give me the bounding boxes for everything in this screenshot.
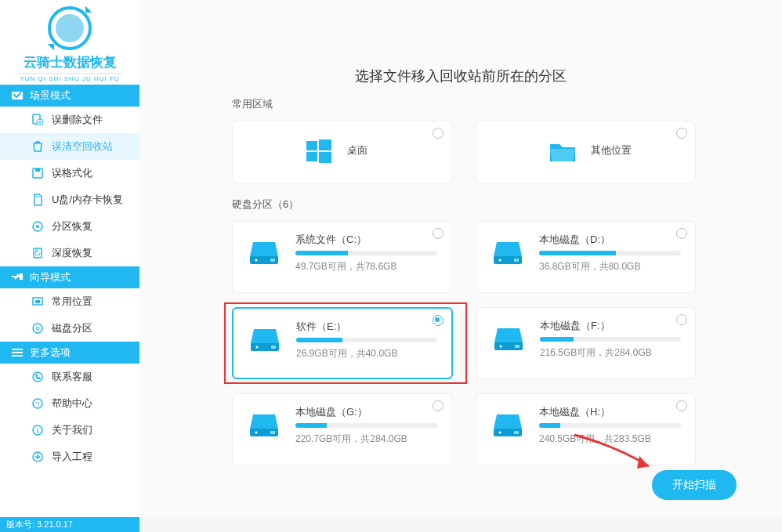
desktop-card[interactable]: 桌面: [232, 121, 452, 183]
wizard-icon: [11, 271, 24, 284]
drive-icon: [247, 407, 281, 441]
scene-icon: [11, 89, 24, 102]
sidebar-item-label: 联系客服: [52, 364, 92, 390]
disk-usage-text: 49.7GB可用，共78.6GB: [295, 260, 437, 273]
disk-usage-bar: [295, 251, 437, 255]
main-content: 选择文件移入回收站前所在的分区 常用区域 桌面 其他位置 硬盘分区（6）: [139, 0, 782, 517]
radio-indicator: [433, 315, 443, 326]
sidebar-item-about-us[interactable]: i 关于我们: [0, 417, 139, 443]
drive-icon: [491, 234, 525, 269]
sidebar-item-label: 关于我们: [52, 417, 92, 443]
disk-usage-bar: [540, 337, 681, 342]
more-icon: [11, 346, 24, 359]
svg-rect-15: [12, 355, 23, 356]
sidebar: 云骑士数据恢复 YUN QI SHI SHU JU HUI FU 场景模式 误删…: [0, 0, 139, 517]
svg-rect-41: [515, 345, 520, 348]
folder-icon: [545, 135, 580, 169]
disk-card[interactable]: 本地磁盘（F:） 216.5GB可用，共284.0GB: [476, 307, 696, 379]
deep-recovery-icon: [31, 247, 44, 259]
section-label: 更多选项: [30, 342, 71, 364]
disk-card[interactable]: 软件（E:） 26.9GB可用，共40.0GB: [232, 307, 453, 379]
disk-card[interactable]: 本地磁盘（D:） 36.8GB可用，共80.0GB: [476, 221, 696, 293]
radio-indicator: [433, 228, 443, 239]
common-area-label: 常用区域: [232, 97, 696, 111]
sidebar-item-usb-card[interactable]: U盘/内存卡恢复: [0, 186, 139, 213]
app-name: 云骑士数据恢复: [0, 53, 139, 71]
sidebar-item-label: U盘/内存卡恢复: [52, 186, 123, 213]
sidebar-item-formatted[interactable]: 误格式化: [0, 160, 139, 186]
sidebar-item-contact-support[interactable]: 联系客服: [0, 364, 139, 390]
import-icon: [31, 451, 44, 463]
disk-usage-text: 216.5GB可用，共284.0GB: [540, 346, 681, 360]
svg-rect-29: [319, 152, 331, 163]
svg-point-11: [33, 324, 42, 333]
disk-name: 本地磁盘（D:）: [539, 233, 681, 247]
sidebar-item-disk-partition[interactable]: 磁盘分区: [0, 315, 139, 342]
svg-text:i: i: [37, 427, 39, 435]
sd-card-icon: [31, 194, 44, 206]
radio-indicator: [676, 128, 687, 139]
disk-name: 软件（E:）: [296, 320, 437, 334]
section-label: 场景模式: [30, 85, 71, 107]
drive-icon: [247, 234, 281, 269]
recycle-bin-icon: [31, 140, 44, 153]
svg-rect-27: [319, 139, 331, 150]
sidebar-item-help-center[interactable]: ? 帮助中心: [0, 390, 139, 417]
sidebar-item-label: 导入工程: [52, 443, 92, 470]
section-scene-mode[interactable]: 场景模式: [0, 85, 139, 107]
disk-card[interactable]: 本地磁盘（G:） 220.7GB可用，共284.0GB: [232, 393, 452, 465]
drive-icon: [491, 320, 526, 355]
sidebar-item-deleted-files[interactable]: 误删除文件: [0, 107, 139, 133]
app-name-pinyin: YUN QI SHI SHU JU HUI FU: [16, 73, 124, 82]
sidebar-item-label: 常用位置: [52, 288, 92, 315]
other-location-card[interactable]: 其他位置: [476, 121, 696, 183]
logo-icon: [48, 6, 92, 50]
sidebar-item-recycle-bin[interactable]: 误清空回收站: [0, 133, 139, 160]
disk-usage-text: 26.9GB可用，共40.0GB: [296, 347, 437, 360]
svg-rect-32: [270, 259, 275, 262]
svg-rect-26: [306, 141, 317, 150]
phone-icon: [31, 371, 44, 383]
radio-indicator: [676, 314, 687, 325]
partition-icon: [31, 220, 44, 233]
sidebar-item-partition[interactable]: 分区恢复: [0, 213, 139, 240]
disk-usage-bar: [539, 251, 681, 255]
svg-point-12: [36, 327, 39, 330]
file-delete-icon: [31, 114, 44, 126]
disk-usage-text: 240.5GB可用，共283.5GB: [539, 432, 681, 446]
disk-name: 本地磁盘（H:）: [539, 405, 681, 419]
section-wizard-mode[interactable]: 向导模式: [0, 266, 139, 288]
info-icon: i: [31, 424, 44, 436]
sidebar-item-common-locations[interactable]: 常用位置: [0, 288, 139, 315]
windows-icon: [302, 135, 336, 169]
version-bar: 版本号: 3.21.0.17: [0, 517, 139, 532]
disk-usage-text: 220.7GB可用，共284.0GB: [295, 432, 437, 446]
radio-indicator: [676, 228, 687, 239]
disk-card[interactable]: 系统文件（C:） 49.7GB可用，共78.6GB: [232, 221, 452, 293]
disk-usage-bar: [295, 423, 437, 428]
sidebar-item-label: 误格式化: [52, 160, 92, 186]
radio-indicator: [433, 128, 443, 139]
svg-point-46: [499, 432, 501, 434]
disk-icon: [31, 322, 44, 335]
locations-icon: [31, 295, 44, 308]
svg-point-6: [36, 225, 39, 228]
section-more-options[interactable]: 更多选项: [0, 342, 139, 364]
svg-rect-4: [35, 168, 40, 172]
start-scan-button[interactable]: 开始扫描: [652, 470, 737, 500]
card-title: 其他位置: [591, 143, 632, 157]
svg-rect-47: [514, 431, 519, 434]
sidebar-item-deep-recovery[interactable]: 深度恢复: [0, 240, 139, 266]
disk-usage-text: 36.8GB可用，共80.0GB: [539, 260, 681, 273]
disk-name: 系统文件（C:）: [295, 233, 437, 247]
sidebar-item-import-project[interactable]: 导入工程: [0, 443, 139, 470]
radio-indicator: [433, 400, 443, 411]
radio-indicator: [676, 400, 687, 411]
drive-icon: [248, 321, 282, 356]
section-label: 向导模式: [30, 266, 71, 288]
svg-rect-35: [514, 259, 519, 262]
help-icon: ?: [31, 397, 44, 410]
svg-rect-8: [20, 273, 23, 280]
svg-point-34: [499, 259, 501, 262]
disk-card[interactable]: 本地磁盘（H:） 240.5GB可用，共283.5GB: [476, 393, 696, 465]
